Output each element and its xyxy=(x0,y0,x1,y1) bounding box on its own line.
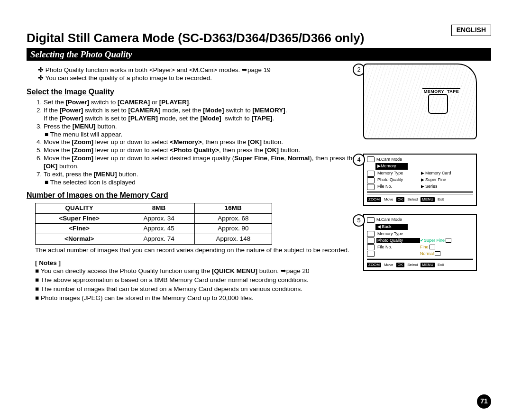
table-cell: Approx. 148 xyxy=(194,234,272,245)
ok-btn-label: OK xyxy=(396,197,405,202)
page-title: Digital Still Camera Mode (SC-D363/D364/… xyxy=(27,30,491,46)
osd-row-label: Memory Type xyxy=(376,171,420,176)
row-icon xyxy=(367,231,375,237)
intro-item: You can select the quality of a photo im… xyxy=(38,74,357,82)
table-note: The actual number of images that you can… xyxy=(35,247,357,255)
step-item: To exit, press the [MENU] button.The sel… xyxy=(44,171,357,187)
osd-row: File No.▶Series xyxy=(367,184,473,190)
table-header: 8MB xyxy=(123,203,194,213)
osd-row-label: Memory Type xyxy=(376,231,420,237)
table-cell: <Normal> xyxy=(36,234,123,245)
osd-row-label: File No. xyxy=(376,245,420,250)
table-row: <Super Fine>Approx. 34Approx. 68 xyxy=(36,213,272,224)
intro-list: Photo Quality function works in both <Pl… xyxy=(38,66,357,82)
figure-2: 2 MEMORYTAPE xyxy=(363,64,491,139)
row-icon xyxy=(367,244,375,250)
note-item: The number of images that can be stored … xyxy=(35,285,357,293)
osd-row-value: Memory Card xyxy=(425,171,451,176)
table-cell: Approx. 90 xyxy=(194,224,272,234)
heading-select-image-quality: Select the Image Quality xyxy=(27,87,357,97)
osd-row-value: ✔Super Fine xyxy=(420,238,451,243)
figure-4: 4 M.Cam Mode ▶Memory Memory Type▶Memory … xyxy=(363,154,491,205)
table-cell: Approx. 68 xyxy=(194,213,272,224)
osd-row-label: Photo Quality xyxy=(376,238,420,243)
note-item: Photo images (JPEG) can be stored in the… xyxy=(35,294,357,302)
notes-heading: [ Notes ] xyxy=(35,259,357,267)
step-item: Move the [Zoom] lever up or down to sele… xyxy=(44,155,357,171)
osd-footer: ZOOM Move OK Select MENU Exit xyxy=(367,197,473,202)
osd-row-value: Series xyxy=(425,184,438,189)
mode-switch-icon xyxy=(428,94,448,114)
osd-mode-label: M.Cam Mode xyxy=(376,217,402,222)
row-icon xyxy=(367,184,375,190)
table-cell: Approx. 74 xyxy=(123,234,194,245)
camera-icon xyxy=(367,217,375,223)
osd-row: File No.Fine xyxy=(367,244,473,250)
step-item: Press the [MENU] button.The menu list wi… xyxy=(44,123,357,139)
note-item: The above approximation is based on a 8M… xyxy=(35,276,357,284)
page-number: 71 xyxy=(477,394,491,409)
step-item: Set the [Power] switch to [CAMERA] or [P… xyxy=(44,99,357,107)
table-cell: <Fine> xyxy=(36,224,123,234)
osd-row-label: Photo Quality xyxy=(376,177,420,183)
table-cell: Approx. 34 xyxy=(123,213,194,224)
osd-row-value: Super Fine xyxy=(425,177,446,183)
table-cell: Approx. 45 xyxy=(123,224,194,234)
steps-list: Set the [Power] switch to [CAMERA] or [P… xyxy=(35,99,357,187)
row-icon xyxy=(367,237,375,244)
osd-row: Photo Quality▶Super Fine xyxy=(367,177,473,183)
manual-page: ENGLISH Digital Still Camera Mode (SC-D3… xyxy=(0,0,512,420)
step-item: If the [Power] switch is set to [CAMERA]… xyxy=(44,107,357,123)
table-row: <Fine>Approx. 45Approx. 90 xyxy=(36,224,272,234)
table-cell: <Super Fine> xyxy=(36,213,123,224)
osd-row: Memory Type xyxy=(367,231,473,237)
osd-menu-4: M.Cam Mode ▶Memory Memory Type▶Memory Ca… xyxy=(363,154,477,205)
language-label: ENGLISH xyxy=(451,25,491,36)
step-item: Move the [Zoom] lever up or down to sele… xyxy=(44,146,357,155)
row-icon xyxy=(367,177,375,183)
table-header: QUALITY xyxy=(36,203,123,213)
row-icon xyxy=(367,251,375,257)
menu-btn-label: MENU xyxy=(421,197,435,202)
osd-back: ◀ Back xyxy=(375,224,408,230)
intro-item: Photo Quality function works in both <Pl… xyxy=(38,66,357,74)
osd-footer: ZOOM Move OK Select MENU Exit xyxy=(367,263,473,267)
row-icon xyxy=(367,171,375,177)
osd-row: Normal xyxy=(367,251,473,257)
ok-btn-label: OK xyxy=(396,263,405,267)
osd-row-label: File No. xyxy=(376,184,420,189)
heading-number-of-images: Number of Images on the Memory Card xyxy=(27,191,357,200)
osd-section: ▶Memory xyxy=(375,163,408,169)
osd-row: Memory Type▶Memory Card xyxy=(367,171,473,177)
zoom-btn-label: ZOOM xyxy=(367,197,381,202)
note-item: You can directly access the Photo Qualit… xyxy=(35,267,357,275)
osd-menu-5: M.Cam Mode ◀ Back Memory TypePhoto Quali… xyxy=(363,214,477,271)
quality-table: QUALITY8MB16MB <Super Fine>Approx. 34App… xyxy=(35,203,272,245)
osd-row-value: Fine xyxy=(420,245,435,250)
camera-sketch: MEMORYTAPE xyxy=(363,64,477,139)
osd-mode-label: M.Cam Mode xyxy=(376,157,402,162)
osd-row: Photo Quality✔Super Fine xyxy=(367,237,473,244)
figure-5: 5 M.Cam Mode ◀ Back Memory TypePhoto Qua… xyxy=(363,214,491,271)
step-item: Move the [Zoom] lever up or down to sele… xyxy=(44,138,357,146)
menu-btn-label: MENU xyxy=(421,263,435,267)
table-header: 16MB xyxy=(194,203,272,213)
camera-icon xyxy=(367,156,375,162)
table-row: <Normal>Approx. 74Approx. 148 xyxy=(36,234,272,245)
zoom-btn-label: ZOOM xyxy=(367,263,381,267)
section-bar: Selecting the Photo Quality xyxy=(27,48,491,61)
step-circle-5: 5 xyxy=(353,214,365,227)
osd-row-value: Normal xyxy=(420,251,440,256)
notes-list: You can directly access the Photo Qualit… xyxy=(35,267,357,302)
